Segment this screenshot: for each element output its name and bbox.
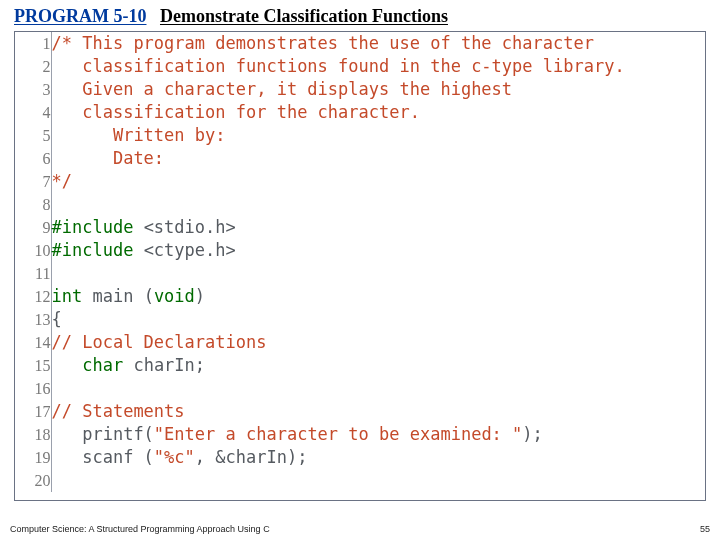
code-line: 5 Written by: bbox=[15, 124, 705, 147]
line-number: 15 bbox=[15, 354, 51, 377]
line-number: 12 bbox=[15, 285, 51, 308]
code-text: classification for the character. bbox=[51, 101, 705, 124]
code-text: /* This program demonstrates the use of … bbox=[51, 32, 705, 55]
line-number: 3 bbox=[15, 78, 51, 101]
code-text bbox=[51, 193, 705, 216]
code-line: 7*/ bbox=[15, 170, 705, 193]
code-text: // Statements bbox=[51, 400, 705, 423]
footer: Computer Science: A Structured Programmi… bbox=[10, 524, 710, 534]
line-number: 18 bbox=[15, 423, 51, 446]
code-text: Date: bbox=[51, 147, 705, 170]
code-line: 17// Statements bbox=[15, 400, 705, 423]
line-number: 16 bbox=[15, 377, 51, 400]
line-number: 7 bbox=[15, 170, 51, 193]
code-text: char charIn; bbox=[51, 354, 705, 377]
code-line: 11 bbox=[15, 262, 705, 285]
code-text bbox=[51, 262, 705, 285]
line-number: 4 bbox=[15, 101, 51, 124]
code-text: #include <stdio.h> bbox=[51, 216, 705, 239]
line-number: 1 bbox=[15, 32, 51, 55]
footer-book-title: Computer Science: A Structured Programmi… bbox=[10, 524, 270, 534]
code-line: 20 bbox=[15, 469, 705, 492]
line-number: 6 bbox=[15, 147, 51, 170]
code-line: 6 Date: bbox=[15, 147, 705, 170]
code-text: scanf ("%c", &charIn); bbox=[51, 446, 705, 469]
code-line: 9#include <stdio.h> bbox=[15, 216, 705, 239]
program-title: Demonstrate Classification Functions bbox=[160, 6, 448, 26]
code-line: 19 scanf ("%c", &charIn); bbox=[15, 446, 705, 469]
line-number: 5 bbox=[15, 124, 51, 147]
code-text bbox=[51, 469, 705, 492]
code-text: Given a character, it displays the highe… bbox=[51, 78, 705, 101]
code-line: 1/* This program demonstrates the use of… bbox=[15, 32, 705, 55]
code-frame: 1/* This program demonstrates the use of… bbox=[14, 31, 706, 501]
code-line: 3 Given a character, it displays the hig… bbox=[15, 78, 705, 101]
code-line: 18 printf("Enter a character to be exami… bbox=[15, 423, 705, 446]
line-number: 17 bbox=[15, 400, 51, 423]
code-text: */ bbox=[51, 170, 705, 193]
code-text: classification functions found in the c-… bbox=[51, 55, 705, 78]
line-number: 13 bbox=[15, 308, 51, 331]
code-line: 14// Local Declarations bbox=[15, 331, 705, 354]
code-line: 16 bbox=[15, 377, 705, 400]
line-number: 14 bbox=[15, 331, 51, 354]
code-line: 15 char charIn; bbox=[15, 354, 705, 377]
code-text: int main (void) bbox=[51, 285, 705, 308]
code-text: Written by: bbox=[51, 124, 705, 147]
line-number: 8 bbox=[15, 193, 51, 216]
code-line: 12int main (void) bbox=[15, 285, 705, 308]
line-number: 20 bbox=[15, 469, 51, 492]
line-number: 10 bbox=[15, 239, 51, 262]
code-text: #include <ctype.h> bbox=[51, 239, 705, 262]
code-line: 2 classification functions found in the … bbox=[15, 55, 705, 78]
code-text bbox=[51, 377, 705, 400]
code-listing: 1/* This program demonstrates the use of… bbox=[15, 32, 705, 492]
slide-title: PROGRAM 5-10 Demonstrate Classification … bbox=[10, 4, 710, 31]
line-number: 11 bbox=[15, 262, 51, 285]
slide: PROGRAM 5-10 Demonstrate Classification … bbox=[0, 0, 720, 501]
code-text: printf("Enter a character to be examined… bbox=[51, 423, 705, 446]
code-text: { bbox=[51, 308, 705, 331]
code-line: 4 classification for the character. bbox=[15, 101, 705, 124]
line-number: 9 bbox=[15, 216, 51, 239]
program-label: PROGRAM 5-10 bbox=[14, 6, 146, 26]
footer-page-number: 55 bbox=[700, 524, 710, 534]
code-line: 13{ bbox=[15, 308, 705, 331]
code-line: 10#include <ctype.h> bbox=[15, 239, 705, 262]
line-number: 19 bbox=[15, 446, 51, 469]
line-number: 2 bbox=[15, 55, 51, 78]
code-line: 8 bbox=[15, 193, 705, 216]
code-text: // Local Declarations bbox=[51, 331, 705, 354]
